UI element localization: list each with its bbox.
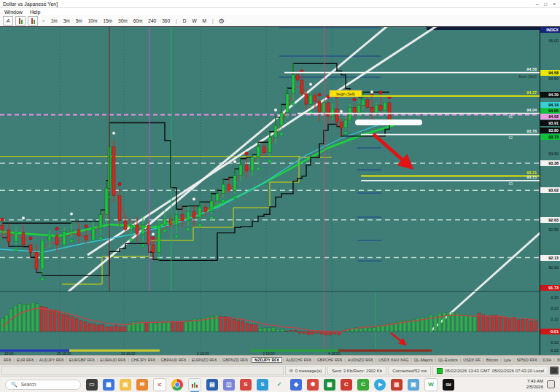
tab-bitcoin[interactable]: Bitcoin: [485, 358, 500, 362]
menu-item-help[interactable]: Help: [30, 9, 40, 15]
tab-audnzd-rf6[interactable]: AUDNZD RF6: [346, 358, 375, 362]
svg-text:S3: S3: [508, 182, 513, 186]
red-c-icon[interactable]: C: [341, 379, 352, 391]
tab-separator: |: [283, 358, 284, 362]
close-button[interactable]: ×: [553, 1, 556, 7]
tab-gbpaud-rf6[interactable]: GBPAUD RF6: [160, 358, 188, 362]
telegram-icon[interactable]: [374, 379, 386, 391]
axis-symbol-tile: INDEX: [540, 27, 560, 33]
red-grid-icon[interactable]: ▦: [391, 379, 402, 391]
period-button-W[interactable]: W: [190, 18, 198, 23]
webull-icon[interactable]: W: [424, 378, 438, 391]
ledger-icon[interactable]: ▤: [206, 379, 218, 391]
tab-eurnzd-rf6[interactable]: EURNZD RF6: [190, 358, 219, 362]
timeframe-button-360[interactable]: 360: [160, 18, 172, 23]
copilot-icon[interactable]: ◆: [290, 379, 302, 391]
tab-euraud-rf6[interactable]: EURAUD RF6: [98, 358, 127, 362]
timeframe-button-30m[interactable]: 30m: [116, 18, 130, 23]
tab-ql-exotics[interactable]: QL-Exotics: [437, 358, 459, 362]
svg-text:S1: S1: [508, 115, 513, 119]
timeframe-button-60m[interactable]: 60m: [131, 18, 145, 23]
axis-price-tile: -0.01: [540, 329, 560, 334]
maximize-button[interactable]: □: [544, 1, 547, 7]
mail-icon: ✉: [289, 368, 293, 373]
axis-tick: 0.20: [540, 306, 560, 310]
tab-usdx-rf[interactable]: USDX RF: [462, 358, 482, 362]
trading-chart-icon[interactable]: [188, 378, 201, 391]
toolbar-overflow-chevron[interactable]: »: [42, 18, 45, 23]
photos-icon[interactable]: ▣: [408, 379, 419, 391]
tray-clock[interactable]: 7:43 AM 2/5/2026: [526, 379, 543, 389]
minimize-button[interactable]: –: [536, 1, 539, 7]
tab-gbpnzd-rf6[interactable]: GBPNZD RF6: [221, 358, 249, 362]
tab-djia[interactable]: DJIA: [541, 358, 553, 362]
taskbar-search[interactable]: 🔍 Search: [5, 380, 81, 390]
svg-text:S2: S2: [508, 136, 513, 140]
notification-icon[interactable]: [547, 380, 555, 388]
timeframe-button-15m[interactable]: 15m: [101, 18, 114, 23]
timeframe-button-1m[interactable]: 1m: [49, 18, 60, 23]
timeframe-button-5m[interactable]: 5m: [74, 18, 85, 23]
workspace-tabs: RF6|EUR RF6|AUDJPY RF6|EURGBP RF6|EURAUD…: [0, 355, 560, 364]
anydesk-icon[interactable]: ✽: [307, 379, 319, 391]
tab-separator: |: [314, 358, 314, 362]
search-icon: 🔍: [11, 382, 18, 388]
axis-price-tile: 94.58: [540, 70, 560, 76]
tab-eur-rf6[interactable]: EUR RF6: [15, 358, 36, 362]
tab-chfjpy-rf6[interactable]: CHFJPY RF6: [130, 358, 157, 362]
blue-s-icon[interactable]: S: [257, 379, 268, 391]
status-app-icon[interactable]: [550, 366, 559, 375]
price-chart[interactable]: 94.58Base (Sell)94.2794.04S193.76S293.21…: [0, 27, 540, 355]
tab-lyte[interactable]: Lyte: [502, 358, 513, 362]
tab-separator: |: [158, 358, 158, 362]
tab-ql-majors[interactable]: QL-Majors: [413, 358, 435, 362]
tab-nzdjpy-rf6[interactable]: NZDJPY RF6: [252, 357, 282, 363]
green-c-icon[interactable]: C: [357, 379, 369, 391]
tab-rf6[interactable]: RF6: [2, 358, 12, 362]
tab-gbpchf-rf6[interactable]: GBPCHF RF6: [316, 358, 344, 362]
green-check-icon[interactable]: ✓: [273, 379, 285, 391]
candlestick-style-icon[interactable]: [28, 16, 38, 26]
status-messages[interactable]: ✉ 0 message(s): [285, 366, 326, 375]
app-window-icon[interactable]: ▭: [86, 379, 98, 391]
tab-separator: |: [553, 358, 554, 362]
ic-markets-icon[interactable]: IC: [153, 378, 166, 391]
svg-text:Base (Sell): Base (Sell): [519, 74, 537, 79]
tab-audjpy-rf6[interactable]: AUDJPY RF6: [38, 358, 66, 362]
tab-xrp[interactable]: XRP: [556, 358, 560, 362]
people-icon[interactable]: ◫: [223, 379, 235, 391]
axis-price-tile: 94.02: [540, 114, 560, 119]
period-button-M[interactable]: M: [201, 18, 209, 23]
window-title: Dollar vs Japanese Yen]: [3, 1, 58, 7]
period-button-D[interactable]: D: [181, 18, 189, 23]
red-s-icon[interactable]: S: [240, 379, 252, 391]
tab-separator: |: [66, 358, 66, 362]
candlestick-style-icon[interactable]: [15, 16, 26, 26]
outlook-icon[interactable]: ✉: [136, 379, 148, 391]
axis-tick: 95.00: [540, 39, 560, 43]
menu-item-window[interactable]: Window: [4, 9, 23, 15]
connection-indicator-icon: [437, 368, 443, 374]
sheets-icon[interactable]: ▦: [324, 379, 335, 391]
chrome-icon[interactable]: [171, 379, 183, 391]
timeframe-button-10m[interactable]: 10m: [86, 18, 100, 23]
tab-audchf-rf6[interactable]: AUDCHF RF6: [284, 358, 313, 362]
tab-separator: |: [188, 358, 189, 362]
chart-letter-icon[interactable]: A: [3, 16, 13, 26]
sm-icon[interactable]: SM: [443, 379, 454, 391]
axis-tick: 92.50: [540, 227, 560, 232]
tab-usdx-xau-xag[interactable]: USDX XAU XAG: [377, 358, 410, 362]
tab-eurgbp-rf6[interactable]: EURGBP RF6: [68, 358, 96, 362]
timeframe-button-240[interactable]: 240: [146, 18, 158, 23]
axis-price-tile: 93.38: [540, 160, 560, 166]
price-axis[interactable]: 95.0094.5093.5092.5092.000.300.200.10-0.…: [540, 27, 560, 355]
settings-gear-icon[interactable]: ⚙: [219, 17, 225, 25]
calculator-icon[interactable]: ▦: [103, 379, 114, 391]
file-explorer-icon[interactable]: ▣: [120, 379, 131, 391]
system-tray[interactable]: 7:43 AM 2/5/2026: [526, 379, 555, 389]
tab-sp500-rf6[interactable]: SP500 RF6: [515, 358, 538, 362]
tab-separator: |: [13, 358, 14, 362]
local-time: 05/02/2026 07:43:20 Local: [492, 369, 544, 373]
tab-separator: |: [460, 358, 461, 362]
timeframe-button-3m[interactable]: 3m: [61, 18, 72, 23]
